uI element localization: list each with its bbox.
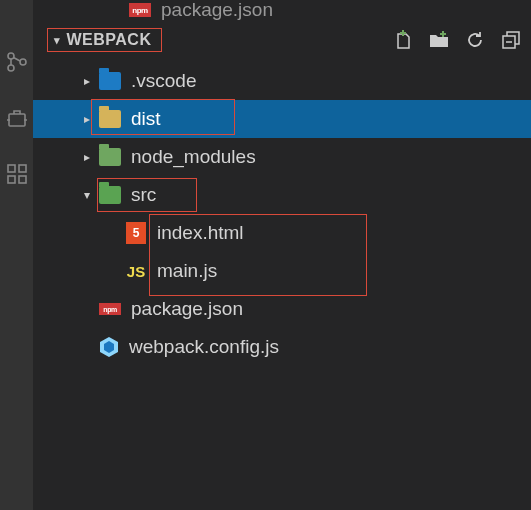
folder-icon <box>99 70 121 92</box>
svg-rect-5 <box>19 165 26 172</box>
chevron-down-icon: ▾ <box>54 34 61 47</box>
file-label: main.js <box>157 260 217 282</box>
svg-rect-7 <box>19 176 26 183</box>
file-main-js[interactable]: JS main.js <box>33 252 531 290</box>
js-file-icon: JS <box>125 260 147 282</box>
svg-point-0 <box>8 53 14 59</box>
collapse-all-icon[interactable] <box>501 31 521 49</box>
chevron-right-icon: ▸ <box>79 150 95 164</box>
file-webpack-config[interactable]: webpack.config.js <box>33 328 531 366</box>
npm-icon: npm <box>99 298 121 320</box>
svg-rect-6 <box>8 176 15 183</box>
folder-src[interactable]: ▾ src <box>33 176 531 214</box>
folder-icon <box>99 184 121 206</box>
folder-label: dist <box>131 108 161 130</box>
section-title-text: WEBPACK <box>67 31 152 49</box>
nodejs-folder-icon <box>99 146 121 168</box>
svg-point-2 <box>20 59 26 65</box>
chevron-right-icon: ▸ <box>79 112 95 126</box>
debug-icon[interactable] <box>5 106 29 134</box>
svg-point-1 <box>8 65 14 71</box>
svg-rect-3 <box>9 114 25 126</box>
folder-label: .vscode <box>131 70 196 92</box>
html-file-icon: 5 <box>125 222 147 244</box>
chevron-right-icon: ▸ <box>79 74 95 88</box>
file-index-html[interactable]: 5 index.html <box>33 214 531 252</box>
file-label: package.json <box>131 298 243 320</box>
scm-icon[interactable] <box>5 50 29 78</box>
npm-icon: npm <box>129 3 151 17</box>
new-file-icon[interactable] <box>393 30 413 50</box>
section-actions <box>393 30 521 50</box>
refresh-icon[interactable] <box>465 30 485 50</box>
folder-icon <box>99 108 121 130</box>
folder-vscode[interactable]: ▸ .vscode <box>33 62 531 100</box>
folder-dist[interactable]: ▸ dist <box>33 100 531 138</box>
section-header[interactable]: ▾ WEBPACK <box>33 20 531 60</box>
folder-label: src <box>131 184 156 206</box>
file-tree: ▸ .vscode ▸ dist ▸ node_modules ▾ src 5 … <box>33 60 531 366</box>
chevron-down-icon: ▾ <box>79 188 95 202</box>
file-label: index.html <box>157 222 244 244</box>
activity-bar <box>0 0 33 510</box>
svg-rect-4 <box>8 165 15 172</box>
folder-label: node_modules <box>131 146 256 168</box>
section-title[interactable]: ▾ WEBPACK <box>47 28 162 52</box>
webpack-icon <box>99 336 119 358</box>
folder-node-modules[interactable]: ▸ node_modules <box>33 138 531 176</box>
extensions-icon[interactable] <box>5 162 29 190</box>
partial-row-above: npm package.json <box>33 0 531 20</box>
new-folder-icon[interactable] <box>429 31 449 49</box>
explorer-sidebar: npm package.json ▾ WEBPACK ▸ <box>33 0 531 510</box>
file-label: webpack.config.js <box>129 336 279 358</box>
file-package-json[interactable]: npm package.json <box>33 290 531 328</box>
file-label: package.json <box>161 0 273 21</box>
